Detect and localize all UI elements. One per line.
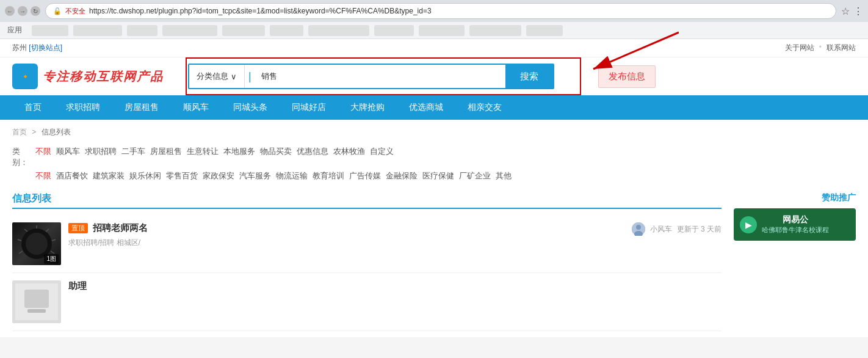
listing-tag: 置顶 xyxy=(68,223,88,233)
category-row-2: 不限 酒店餐饮 建筑家装 娱乐休闲 零售百货 家政保安 汽车服务 物流运输 教育… xyxy=(12,170,856,181)
back-button[interactable]: ← xyxy=(5,6,15,16)
browser-chrome: ← → ↻ 🔓 不安全 https://tc.dwshop.net/plugin… xyxy=(0,0,868,22)
dropdown-icon: ∨ xyxy=(231,72,237,81)
category-goods[interactable]: 物品买卖 xyxy=(260,146,292,157)
user-avatar xyxy=(632,222,645,236)
nav-item-home[interactable]: 首页 xyxy=(12,95,54,120)
bookmark-button[interactable]: ☆ xyxy=(841,5,850,17)
category-housing[interactable]: 房屋租售 xyxy=(150,146,182,157)
svg-line-6 xyxy=(52,239,56,241)
publish-button[interactable]: 发布信息 xyxy=(598,65,656,88)
page-content: 苏州 [切换站点] 关于网站 • 联系网站 🔸 专注移动互联网产品 xyxy=(0,39,868,337)
nav-item-mall[interactable]: 优选商城 xyxy=(397,95,455,120)
breadcrumb: 首页 > 信息列表 xyxy=(0,120,868,142)
bookmark-item[interactable] xyxy=(308,25,369,36)
nav-item-jobs[interactable]: 求职招聘 xyxy=(54,95,112,120)
unsecure-label: 不安全 xyxy=(65,7,85,16)
category-all-2[interactable]: 不限 xyxy=(35,170,51,181)
apps-link[interactable]: 应用 xyxy=(7,25,22,35)
bookmark-item[interactable] xyxy=(32,25,68,36)
category-used[interactable]: 二手车 xyxy=(121,146,145,157)
breadcrumb-home[interactable]: 首页 xyxy=(12,128,27,136)
category-rideshare[interactable]: 顺风车 xyxy=(56,146,80,157)
address-bar[interactable]: 🔓 不安全 https://tc.dwshop.net/plugin.php?i… xyxy=(45,3,836,19)
category-education[interactable]: 教育培训 xyxy=(313,170,344,181)
ad-name: 网易公 xyxy=(762,214,829,225)
sidebar-ad-banner[interactable]: ▶ 网易公 哈佛耶鲁牛津名校课程 xyxy=(734,208,856,241)
listing-title[interactable]: 助理 xyxy=(68,280,87,292)
category-service[interactable]: 本地服务 xyxy=(223,146,255,157)
listing-right: 小风车 更新于 3 天前 xyxy=(632,222,722,236)
forward-button[interactable]: → xyxy=(18,6,27,16)
listing-title[interactable]: 招聘老师两名 xyxy=(93,222,148,234)
listing-category[interactable]: 求职招聘/招聘 xyxy=(68,238,114,247)
category-factory[interactable]: 厂矿企业 xyxy=(459,170,491,181)
category-dropdown[interactable]: 分类信息 ∨ xyxy=(189,65,245,88)
bookmark-item[interactable] xyxy=(222,25,265,36)
category-homeservice[interactable]: 家政保安 xyxy=(203,170,234,181)
bookmark-item[interactable] xyxy=(526,25,563,36)
about-link[interactable]: 关于网站 xyxy=(785,43,814,53)
bookmark-item[interactable] xyxy=(162,25,217,36)
category-discount[interactable]: 优惠信息 xyxy=(297,146,328,157)
listing-item: 1图 置顶 招聘老师两名 求职招聘/招聘 相城区/ xyxy=(12,215,722,273)
svg-line-9 xyxy=(18,239,21,241)
category-jobs[interactable]: 求职招聘 xyxy=(85,146,117,157)
browser-actions: ☆ ⋮ xyxy=(841,5,863,17)
menu-button[interactable]: ⋮ xyxy=(853,5,863,17)
lock-icon: 🔓 xyxy=(53,7,62,15)
category-custom[interactable]: 自定义 xyxy=(370,146,394,157)
nav-item-rideshare[interactable]: 顺风车 xyxy=(171,95,221,120)
category-items-1: 不限 顺风车 求职招聘 二手车 房屋租售 生意转让 本地服务 物品买卖 优惠信息… xyxy=(35,146,856,157)
nav-item-news[interactable]: 同城头条 xyxy=(221,95,280,120)
nav-bar: 首页 求职招聘 房屋租售 顺风车 同城头条 同城好店 大牌抢购 优选商城 相亲交… xyxy=(0,95,868,120)
category-items-2: 不限 酒店餐饮 建筑家装 娱乐休闲 零售百货 家政保安 汽车服务 物流运输 教育… xyxy=(35,170,856,181)
category-retail[interactable]: 零售百货 xyxy=(166,170,198,181)
bookmark-item[interactable] xyxy=(270,25,303,36)
nav-item-dating[interactable]: 相亲交友 xyxy=(455,95,514,120)
category-business[interactable]: 生意转让 xyxy=(187,146,219,157)
listing-title-row: 助理 xyxy=(68,280,722,292)
switch-site-link[interactable]: [切换站点] xyxy=(29,43,62,52)
listing-user: 小风车 xyxy=(650,224,672,235)
bookmark-item[interactable] xyxy=(73,25,122,36)
category-all-1[interactable]: 不限 xyxy=(35,146,51,157)
category-logistics[interactable]: 物流运输 xyxy=(276,170,308,181)
category-agriculture[interactable]: 农林牧渔 xyxy=(333,146,365,157)
category-health[interactable]: 医疗保健 xyxy=(422,170,454,181)
sidebar-ad-title: 赞助推广 xyxy=(734,192,856,203)
category-entertainment[interactable]: 娱乐休闲 xyxy=(129,170,161,181)
content-area: 信息列表 xyxy=(0,186,868,337)
nav-item-shops[interactable]: 同城好店 xyxy=(280,95,338,120)
category-label: 类别： xyxy=(12,146,35,168)
breadcrumb-sep: > xyxy=(32,128,36,136)
category-construction[interactable]: 建筑家装 xyxy=(93,170,125,181)
category-finance[interactable]: 金融保险 xyxy=(386,170,418,181)
category-section: 类别： 不限 顺风车 求职招聘 二手车 房屋租售 生意转让 本地服务 物品买卖 … xyxy=(0,142,868,186)
category-other[interactable]: 其他 xyxy=(496,170,512,181)
url-text[interactable]: https://tc.dwshop.net/plugin.php?id=tom_… xyxy=(89,7,828,15)
svg-line-7 xyxy=(51,251,54,254)
bookmark-item[interactable] xyxy=(419,25,465,36)
bookmark-item[interactable] xyxy=(127,25,157,36)
nav-item-deals[interactable]: 大牌抢购 xyxy=(338,95,397,120)
search-button[interactable]: 搜索 xyxy=(505,65,553,88)
image-count: 1图 xyxy=(44,254,59,264)
bookmark-item[interactable] xyxy=(469,25,521,36)
refresh-button[interactable]: ↻ xyxy=(31,6,40,16)
category-ads[interactable]: 广告传媒 xyxy=(349,170,381,181)
category-hotel[interactable]: 酒店餐饮 xyxy=(56,170,88,181)
listing-thumbnail: 1图 xyxy=(12,222,61,265)
listing-meta: 求职招聘/招聘 相城区/ xyxy=(68,238,624,248)
contact-link[interactable]: 联系网站 xyxy=(826,43,856,53)
divider: | xyxy=(245,70,255,83)
nav-item-housing[interactable]: 房屋租售 xyxy=(112,95,171,120)
play-icon: ▶ xyxy=(740,216,757,233)
search-input[interactable] xyxy=(255,65,505,88)
bookmark-item[interactable] xyxy=(374,25,414,36)
browser-nav-buttons: ← → ↻ xyxy=(5,6,40,16)
category-autoservice[interactable]: 汽车服务 xyxy=(239,170,271,181)
main-content: 信息列表 xyxy=(12,192,722,331)
svg-point-3 xyxy=(26,233,48,255)
logo-icon: 🔸 xyxy=(12,64,38,89)
